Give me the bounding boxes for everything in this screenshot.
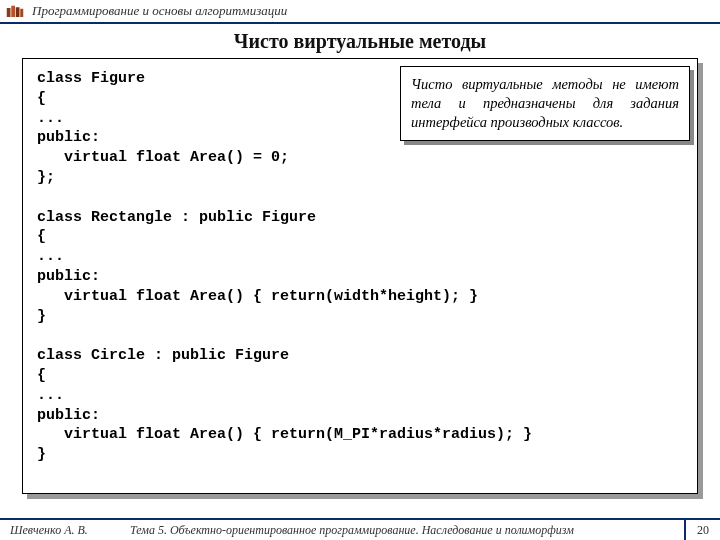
note-container: Чисто виртуальные методы не имеют тела и… [400,66,690,141]
svg-rect-2 [16,7,20,17]
footer-bar: Шевченко А. В. Тема 5. Объектно-ориентир… [0,518,720,540]
svg-rect-3 [20,9,23,17]
footer-topic: Тема 5. Объектно-ориентированное програм… [130,523,684,538]
books-icon [6,3,24,19]
footer-page-number: 20 [684,520,720,540]
svg-rect-0 [7,8,11,17]
header-bar: Программирование и основы алгоритмизации [0,0,720,24]
slide-title: Чисто виртуальные методы [0,30,720,53]
course-title: Программирование и основы алгоритмизации [32,3,287,19]
note-box: Чисто виртуальные методы не имеют тела и… [400,66,690,141]
footer-author: Шевченко А. В. [0,523,130,538]
svg-rect-1 [11,6,15,17]
slide-page: Программирование и основы алгоритмизации… [0,0,720,540]
